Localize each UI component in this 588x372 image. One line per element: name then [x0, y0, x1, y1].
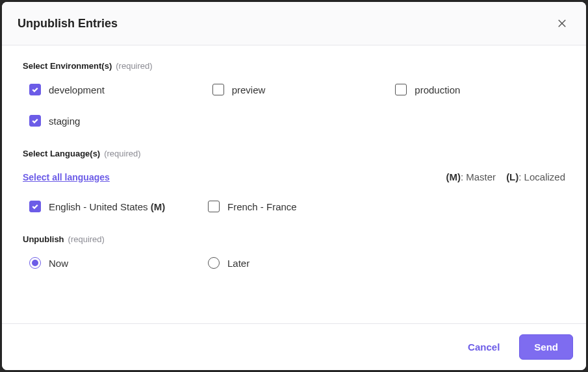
timing-header: Unpublish (required) [23, 234, 565, 244]
environments-required: (required) [116, 61, 152, 71]
languages-title: Select Language(s) [23, 149, 100, 158]
modal-header: Unpublish Entries [2, 2, 586, 45]
env-preview[interactable]: preview [212, 84, 383, 95]
environments-header: Select Environment(s) (required) [23, 61, 565, 71]
timing-now[interactable]: Now [29, 257, 208, 269]
modal-footer: Cancel Send [2, 323, 586, 370]
env-label: staging [49, 116, 80, 127]
timing-grid: Now Later [23, 257, 565, 269]
checkbox [29, 201, 41, 212]
lang-french-france[interactable]: French - France [208, 201, 387, 212]
select-all-languages-link[interactable]: Select all languages [23, 172, 110, 182]
languages-legend: (M): Master (L): Localized [446, 171, 565, 182]
environments-grid: development preview production staging [23, 84, 565, 127]
languages-header: Select Language(s) (required) [23, 149, 565, 158]
timing-label: Now [49, 258, 68, 269]
modal-body: Select Environment(s) (required) develop… [2, 45, 586, 323]
checkbox [29, 115, 41, 127]
lang-english-us[interactable]: English - United States (M) [29, 201, 208, 212]
checkbox [29, 84, 41, 95]
radio [208, 257, 220, 269]
modal-title: Unpublish Entries [18, 17, 118, 31]
env-production[interactable]: production [395, 84, 565, 95]
unpublish-modal: Unpublish Entries Select Environment(s) … [2, 2, 586, 370]
env-label: preview [232, 84, 266, 95]
send-button[interactable]: Send [519, 334, 573, 360]
checkbox [395, 84, 407, 95]
radio [29, 257, 41, 269]
env-label: production [415, 84, 460, 95]
close-button[interactable] [554, 15, 570, 32]
checkbox [212, 84, 224, 95]
timing-label: Later [227, 258, 249, 269]
legend-localized: (L): Localized [506, 171, 565, 182]
timing-later[interactable]: Later [208, 257, 387, 269]
environments-section: Select Environment(s) (required) develop… [23, 61, 565, 127]
close-icon [556, 18, 568, 29]
timing-title: Unpublish [23, 234, 64, 244]
checkbox [208, 201, 220, 212]
timing-section: Unpublish (required) Now Later [23, 234, 565, 269]
env-development[interactable]: development [29, 84, 199, 95]
languages-top-row: Select all languages (M): Master (L): Lo… [23, 171, 565, 182]
languages-required: (required) [104, 149, 140, 158]
env-label: development [49, 84, 105, 95]
env-staging[interactable]: staging [29, 115, 199, 127]
timing-required: (required) [68, 234, 105, 244]
environments-title: Select Environment(s) [23, 61, 112, 71]
languages-section: Select Language(s) (required) Select all… [23, 149, 565, 212]
lang-label: English - United States (M) [49, 201, 165, 212]
cancel-button[interactable]: Cancel [460, 335, 507, 359]
lang-label: French - France [227, 201, 297, 212]
legend-master: (M): Master [446, 171, 496, 182]
languages-grid: English - United States (M) French - Fra… [23, 201, 565, 212]
